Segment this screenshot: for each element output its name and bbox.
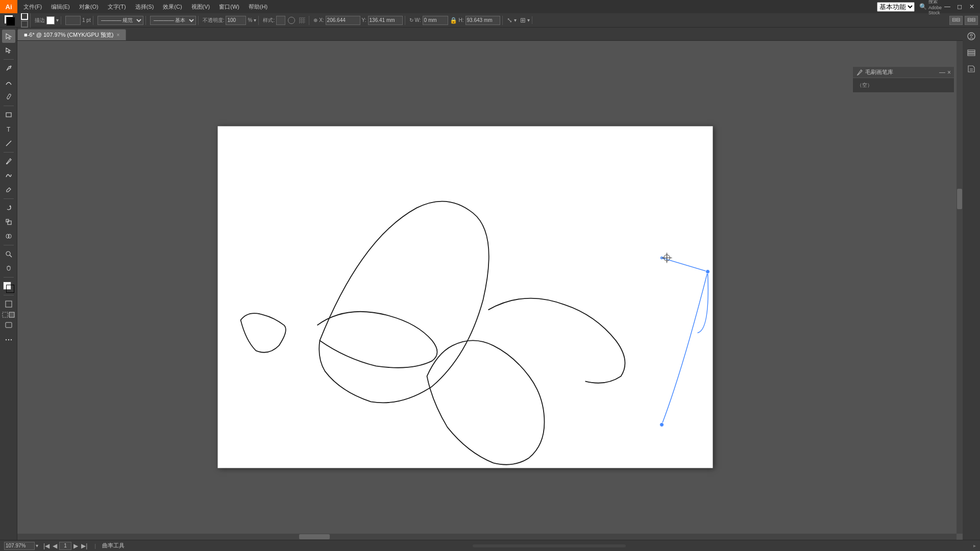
smooth-tool[interactable] [2,169,15,182]
direct-select-tool[interactable] [2,44,15,57]
nav-last-btn[interactable]: ▶| [80,542,88,549]
stroke-style-select[interactable]: ———— 规范 [97,16,143,25]
pencil-tool[interactable] [2,90,15,104]
doc-tab-active[interactable]: ■-6* @ 107.97% (CMYK/GPU 预览) × [17,29,126,40]
style-grid[interactable] [298,16,307,25]
drawing-canvas[interactable] [218,126,713,468]
nav-first-btn[interactable]: |◀ [42,542,51,549]
tab-close-btn[interactable]: × [117,32,120,38]
svg-rect-2 [6,113,11,117]
svg-rect-15 [9,312,14,317]
nav-prev-btn[interactable]: ◀ [52,542,58,549]
lock-icon[interactable]: 🔒 [450,17,457,24]
align-arrow[interactable]: ▾ [527,17,530,23]
vertical-scrollbar-thumb[interactable] [957,189,962,209]
zoom-tool[interactable] [2,247,15,261]
fill-icon[interactable] [21,13,28,20]
menu-select[interactable]: 选择(S) [131,2,158,12]
page-input[interactable] [59,542,71,550]
adobe-stock-btn[interactable]: 搜索 Adobe Stock [931,3,939,11]
stroke-color-swatch[interactable] [46,16,55,24]
align-icon[interactable]: ⊞ [520,16,526,24]
close-btn[interactable]: ✕ [968,3,976,11]
stroke-weight-input[interactable] [65,16,81,25]
doc-tab-label: ■-6* @ 107.97% (CMYK/GPU 预览) [24,31,114,39]
h-input[interactable] [465,16,500,25]
stroke-swatch[interactable] [6,17,15,26]
curvature-tool[interactable] [2,76,15,89]
rect-tool[interactable] [2,108,15,121]
draw-mode-behind[interactable] [9,312,15,318]
style-swatch[interactable] [276,16,285,25]
menu-file[interactable]: 文件(F) [19,2,46,12]
libraries-panel-btn[interactable] [965,62,978,76]
rotate-tool[interactable] [2,201,15,214]
nav-next-btn[interactable]: ▶ [72,542,79,549]
svg-point-17 [5,339,6,340]
menu-type[interactable]: 文字(T) [104,2,130,12]
vertical-scrollbar[interactable] [957,41,963,534]
panel-close-btn[interactable]: × [947,69,951,76]
type-tool[interactable]: T [2,122,15,136]
menu-help[interactable]: 帮助(H) [244,2,272,12]
workspace-selector[interactable]: 基本功能 [877,2,915,12]
menu-object[interactable]: 对象(O) [75,2,103,12]
fill-stroke-group [2,13,31,28]
menu-bar: 文件(F) 编辑(E) 对象(O) 文字(T) 选择(S) 效果(C) 视图(V… [17,0,272,13]
panel-minimize-btn[interactable]: — [939,69,945,76]
hand-tool[interactable] [2,262,15,275]
search-btn[interactable]: 🔍 [919,3,927,11]
menu-edit[interactable]: 编辑(E) [47,2,74,12]
paintbrush-tool[interactable] [2,155,15,168]
panel-controls: — × [939,69,951,76]
stroke-icon[interactable] [21,20,28,28]
svg-point-0 [10,66,11,67]
w-input[interactable] [423,16,448,25]
brush-library-panel: 毛刷画笔库 — × （空） [852,66,954,93]
dimensions-group: ↻ W: 🔒 H: [407,16,503,25]
more-tools-btn[interactable] [2,333,15,346]
stroke-width-group: 1 pt [63,16,93,25]
blend-tool[interactable] [2,230,15,243]
stroke-type-select[interactable]: ———— 基本 [150,16,196,25]
draw-mode-inside[interactable] [2,312,8,318]
eraser-tool[interactable] [2,183,15,196]
menu-effect[interactable]: 效果(C) [159,2,186,12]
select-tool[interactable] [2,30,15,43]
arrange-btn[interactable]: ⊟⊟ [949,16,963,25]
stroke-dropdown-arrow[interactable]: ▾ [56,17,59,23]
svg-rect-7 [8,221,11,224]
pen-tool[interactable] [2,62,15,75]
menu-view[interactable]: 视图(V) [187,2,214,12]
properties-panel-btn[interactable] [965,30,978,43]
line-tool[interactable] [2,137,15,150]
arrange2-btn[interactable]: ⊟⊟ [965,16,978,25]
opacity-input[interactable] [226,16,246,25]
x-label: X: [319,17,324,23]
y-input[interactable] [368,16,403,25]
layers-panel-btn[interactable] [965,46,978,59]
zoom-input[interactable] [4,542,35,550]
stroke-unit-label: 1 pt [82,17,91,23]
menu-window[interactable]: 窗口(W) [215,2,243,12]
stroke-type-group: ———— 基本 [148,16,199,25]
opacity-arrow[interactable]: ▾ [254,17,256,23]
transform-arrow[interactable]: ▾ [514,17,517,23]
style-group: 样式: [261,16,309,25]
zoom-dropdown-arrow[interactable]: ▾ [36,543,38,548]
restore-btn[interactable]: ◻ [955,3,964,11]
svg-rect-1 [7,94,11,99]
draw-mode-normal[interactable] [2,297,15,311]
screen-mode-btn[interactable] [2,319,15,332]
svg-line-4 [6,141,11,146]
svg-point-5 [6,163,8,164]
opacity-pct: % [248,17,252,23]
scale-tool[interactable] [2,215,15,229]
style-circle[interactable] [287,16,296,25]
minimize-btn[interactable]: — [943,3,951,11]
fill-color-selector[interactable] [3,282,14,293]
transform-icon[interactable]: ⤡ [507,16,512,24]
horizontal-scrollbar-thumb[interactable] [299,534,330,539]
x-input[interactable] [326,16,360,25]
horizontal-scrollbar[interactable] [17,534,957,540]
